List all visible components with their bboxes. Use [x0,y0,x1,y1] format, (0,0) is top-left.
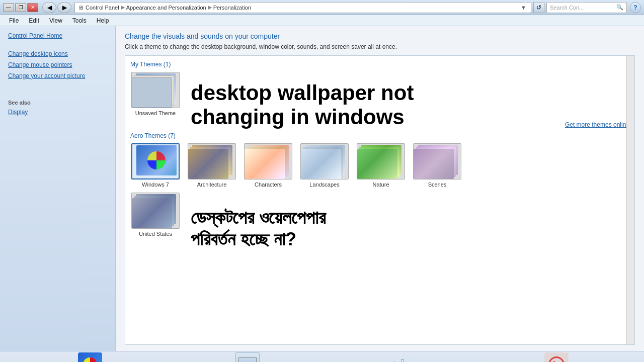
sp-land [301,144,349,179]
minimize-button[interactable]: — [3,3,14,12]
address-part1: Control Panel [86,5,119,11]
content-area: Change the visuals and sounds on your co… [116,26,644,351]
themes-scrollbar[interactable] [626,56,634,344]
theme-us-preview [131,193,180,229]
help-button[interactable]: ? [630,2,641,13]
sounds-item[interactable]: ♪ ♫ Sounds Windows Default [377,352,427,363]
my-themes-title: My Themes (1) [130,61,629,68]
sp3-scenes [414,149,454,179]
window-controls: — ❐ ✕ [3,3,38,12]
themes-panel-inner: My Themes (1) Unsaved Theme [125,56,634,247]
desktop-background-item[interactable]: Desktop Background Harmony [62,352,118,363]
separator2: ▶ [208,4,212,11]
theme-us-label: United States [139,231,172,237]
separator1: ▶ [121,4,125,11]
sp-scenes [414,144,461,179]
sidebar-change-account-picture[interactable]: Change your account picture [8,72,107,79]
sidebar-change-mouse-pointers[interactable]: Change mouse pointers [8,61,107,68]
screen-saver-item[interactable]: Screen Saver None [531,352,582,363]
menu-view[interactable]: View [45,16,66,25]
search-placeholder: Search Con... [550,5,584,11]
sp-char [245,144,292,179]
menu-tools[interactable]: Tools [68,16,91,25]
svg-text:♪: ♪ [392,357,397,363]
address-part3: Personalization [213,5,251,11]
theme-unsaved-label: Unsaved Theme [135,110,176,116]
window-color-icon [235,352,260,363]
address-bar[interactable]: 🖥 Control Panel ▶ Appearance and Persona… [74,2,531,13]
theme-nature-label: Nature [372,182,389,188]
theme-nature[interactable]: Nature [356,143,406,188]
theme-unsaved-preview [131,72,180,108]
theme-scenes-preview [413,143,461,179]
my-themes-grid: Unsaved Theme [130,72,629,116]
bottom-bar: Desktop Background Harmony Window Color … [0,351,644,362]
win7-logo [147,151,166,169]
sp3-nature [357,149,397,179]
close-button[interactable]: ✕ [27,3,38,12]
restore-button[interactable]: ❐ [15,3,26,12]
svg-text:♫: ♫ [399,356,405,363]
theme-scenes-label: Scenes [428,182,447,188]
menu-help[interactable]: Help [93,16,113,25]
sidebar-display-link[interactable]: Display [8,109,28,116]
sp-w7 [132,144,180,179]
see-also-label: See also [8,100,107,106]
sounds-icon: ♪ ♫ [390,352,414,363]
forward-button[interactable]: ▶ [57,2,71,13]
screen-saver-circle [548,356,565,363]
desktop-background-icon [78,352,102,363]
search-icon: 🔍 [616,4,623,11]
sp3-land [301,149,341,179]
refresh-button[interactable]: ↺ [533,2,544,13]
aero-themes-grid: Windows 7 Architecture [130,143,629,188]
back-button[interactable]: ◀ [42,2,56,13]
sp3-char [245,149,285,179]
theme-land-preview [300,143,349,179]
theme-architecture[interactable]: Architecture [187,143,237,188]
window-color-inner [238,357,257,363]
sp3-us [132,198,172,228]
sp-us [132,193,180,229]
theme-nature-preview [357,143,405,179]
menu-bar: File Edit View Tools Help [0,15,644,26]
window-color-item[interactable]: Window Color Sky [222,352,273,363]
menu-file[interactable]: File [5,16,23,25]
theme-scenes[interactable]: Scenes [412,143,462,188]
theme-windows7[interactable]: Windows 7 [130,143,181,188]
nav-buttons: ◀ ▶ [42,2,71,13]
sp-nature [357,144,405,179]
db-logo [83,357,97,363]
sp3-arch [188,149,228,179]
menu-edit[interactable]: Edit [25,16,43,25]
theme-landscapes[interactable]: Landscapes [299,143,350,188]
theme-unsaved[interactable]: Unsaved Theme [130,72,181,116]
address-dropdown[interactable]: ▼ [521,5,528,11]
theme-w7-preview [131,143,180,179]
theme-land-label: Landscapes [309,182,339,188]
sp1-w7 [136,145,177,175]
address-part2: Appearance and Personalization [126,5,206,11]
sp-arch [188,144,236,179]
screen-saver-icon [544,352,569,363]
page-subtitle: Click a theme to change the desktop back… [125,43,635,50]
main-container: Control Panel Home Change desktop icons … [0,26,644,351]
themes-panel: desktop wallpaper not changing in window… [125,55,635,345]
theme-characters[interactable]: Characters [243,143,293,188]
theme-united-states[interactable]: United States [130,193,181,237]
theme-char-label: Characters [255,182,282,188]
second-row-grid: United States [130,193,629,237]
sidebar-control-panel-home[interactable]: Control Panel Home [8,32,107,39]
sidebar-change-desktop-icons[interactable]: Change desktop icons [8,50,107,57]
sidebar: Control Panel Home Change desktop icons … [0,26,116,351]
theme-arch-label: Architecture [197,182,227,188]
search-bar[interactable]: Search Con... 🔍 [546,2,627,13]
sp3 [132,77,172,108]
get-more-themes-link[interactable]: Get more themes online [130,121,629,128]
address-icon: 🖥 [78,5,84,11]
page-title: Change the visuals and sounds on your co… [125,32,635,40]
theme-char-preview [244,143,292,179]
theme-w7-label: Windows 7 [142,182,169,188]
title-bar: — ❐ ✕ ◀ ▶ 🖥 Control Panel ▶ Appearance a… [0,0,644,15]
aero-themes-title: Aero Themes (7) [130,132,629,139]
